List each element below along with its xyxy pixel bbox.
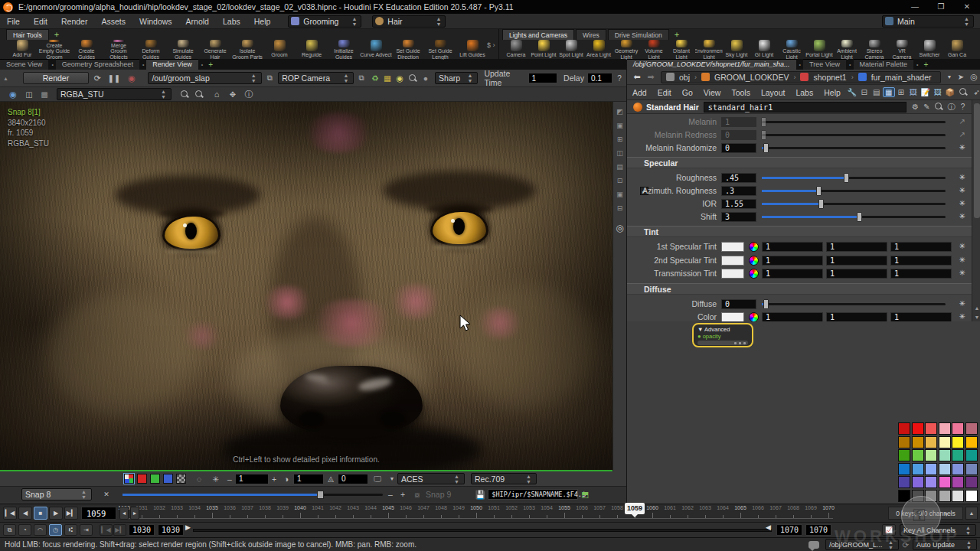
palette-swatch[interactable] xyxy=(965,436,978,448)
rgb-channel-button[interactable] xyxy=(124,474,134,484)
param-menu-icon[interactable]: ✳ xyxy=(959,256,965,264)
shelf-tool-point-light[interactable]: Point Light xyxy=(530,40,557,60)
shelf-tool-lift-guides[interactable]: Lift Guides xyxy=(456,40,488,60)
pane-tab-menu-icon[interactable]: • xyxy=(199,60,205,70)
desktop-select[interactable]: Main ▲▼ xyxy=(882,15,974,28)
snapshot-slider-track[interactable] xyxy=(122,494,383,496)
display-option-icon[interactable]: ▤ xyxy=(616,163,623,171)
tick-marks-icon[interactable]: ⑆ xyxy=(64,524,77,536)
color-correction-icon[interactable]: ▦ xyxy=(381,73,394,83)
render-viewport[interactable]: Snap 8[1] 3840x2160 fr. 1059 RGBA_STU Ct… xyxy=(0,102,612,471)
spinner-icon[interactable]: ▲▼ xyxy=(350,16,358,27)
param-section-diffuse[interactable]: Diffuse xyxy=(627,283,972,295)
param-menu-icon[interactable]: ✳ xyxy=(959,143,965,152)
shelf-tab-wires[interactable]: Wires xyxy=(576,29,606,40)
palette-swatch[interactable] xyxy=(952,449,964,461)
breadcrumb-item-obj[interactable]: obj› xyxy=(662,73,697,82)
step-forward-button[interactable]: ▸ xyxy=(130,507,139,520)
alpha-channel-button[interactable] xyxy=(176,474,186,484)
exposure-minus[interactable]: – xyxy=(224,474,235,484)
display-option-icon[interactable]: ⊟ xyxy=(617,204,623,212)
color-component-field[interactable]: 1 xyxy=(826,242,887,252)
ocio-select[interactable]: ACES ▲▼ xyxy=(397,473,465,484)
display-option-icon[interactable]: ▣ xyxy=(616,191,623,198)
zoom-in-icon[interactable] xyxy=(181,90,189,99)
exposure-plus[interactable]: + xyxy=(269,474,279,484)
param-slider[interactable] xyxy=(762,216,946,218)
keys-expand-button[interactable]: ▲ xyxy=(965,507,978,520)
param-value-field[interactable]: .3 xyxy=(721,186,756,196)
shelf-tool-add-fur[interactable]: Add Fur xyxy=(6,40,38,60)
play-button[interactable]: ▶ xyxy=(49,507,63,520)
param-menu-icon[interactable]: ✳ xyxy=(959,242,965,250)
param-slider[interactable] xyxy=(762,147,946,149)
palette-swatch[interactable] xyxy=(925,436,937,448)
color-wheel-icon[interactable] xyxy=(749,256,759,266)
palette-swatch[interactable] xyxy=(965,490,978,502)
grid-view-icon[interactable]: ▦ xyxy=(883,87,895,97)
palette-swatch[interactable] xyxy=(898,449,910,461)
param-slider-handle[interactable] xyxy=(857,212,862,222)
gamma-field[interactable]: 0 xyxy=(338,474,368,484)
add-shelf-tab-button[interactable]: + xyxy=(51,29,63,40)
frame-ruler[interactable]: 1030103110321033103410351036103710381039… xyxy=(0,504,980,523)
range-end-field[interactable]: 1070 xyxy=(776,524,802,536)
info-icon[interactable]: ⓘ xyxy=(240,89,257,100)
param-slider[interactable] xyxy=(762,177,946,179)
palette-swatch[interactable] xyxy=(939,422,951,435)
param-menu-icon[interactable]: ✳ xyxy=(959,212,965,220)
current-frame-marker[interactable]: 1059 xyxy=(625,503,645,514)
tile-view-icon[interactable]: ⊞ xyxy=(895,88,907,96)
note-icon[interactable]: 📝 xyxy=(920,88,932,96)
param-value-field[interactable]: 3 xyxy=(721,212,756,222)
export-range-icon[interactable]: ⧉ xyxy=(3,524,16,536)
shelf-tab-lights-and-cameras[interactable]: Lights and Cameras xyxy=(502,29,574,40)
snapshot-icon[interactable]: 🖼 xyxy=(932,88,944,96)
snapshot-plus[interactable]: + xyxy=(397,490,409,499)
minimize-button[interactable]: — xyxy=(902,0,928,14)
param-section-tint[interactable]: Tint xyxy=(627,226,972,237)
delay-field[interactable]: 0.1 xyxy=(587,73,612,83)
shelf-tool-camera[interactable]: Camera xyxy=(502,40,530,60)
param-slider-handle[interactable] xyxy=(818,199,824,209)
exposure-field[interactable]: 1 xyxy=(235,474,269,484)
param-slider-handle[interactable] xyxy=(816,186,822,196)
shelf-tool-vr-camera[interactable]: VR Camera xyxy=(888,40,916,60)
net-menu-edit[interactable]: Edit xyxy=(652,85,677,100)
pane-tab-menu-icon[interactable]: • xyxy=(914,60,920,70)
maximize-button[interactable]: ❐ xyxy=(928,0,954,14)
palette-swatch[interactable] xyxy=(952,463,964,475)
dropdown-caret-icon[interactable]: ▼ xyxy=(944,74,955,80)
palette-swatch[interactable] xyxy=(912,422,924,435)
pane-tab-obj-groom-lookdev-shopnet1-fur[interactable]: /obj/GROOM_LOOKDEV/shopnet1/fur_main_sha… xyxy=(627,59,796,70)
pixel-probe-icon[interactable]: ◌ xyxy=(191,474,207,484)
material-sphere-icon[interactable]: ● xyxy=(420,73,432,83)
color-component-field[interactable]: 1 xyxy=(890,269,952,279)
pane-tab-tree-view[interactable]: Tree View xyxy=(803,59,846,70)
shelf-tool-switcher[interactable]: Switcher xyxy=(916,40,943,60)
net-menu-help[interactable]: Help xyxy=(818,85,846,100)
image-icon[interactable]: 🖼 xyxy=(907,88,920,96)
display-option-icon[interactable]: ▣ xyxy=(616,122,623,129)
image-plane-select[interactable]: RGBA_STU ▲▼ xyxy=(57,88,172,100)
color-swatch[interactable] xyxy=(721,256,744,266)
param-search-icon[interactable] xyxy=(935,103,943,111)
palette-swatch[interactable] xyxy=(912,476,924,488)
recycle-icon[interactable]: ♻ xyxy=(369,73,381,83)
spinner-icon[interactable]: ▲▼ xyxy=(962,16,971,27)
shelf-tab-drive-simulation[interactable]: Drive Simulation xyxy=(608,29,669,40)
info-icon[interactable]: ⓘ xyxy=(946,102,957,112)
shelf-tool-caustic-light[interactable]: Caustic Light xyxy=(778,40,805,60)
close-button[interactable]: ✕ xyxy=(954,0,980,14)
back-icon[interactable]: ⬅ xyxy=(630,72,644,82)
palette-swatch[interactable] xyxy=(939,490,951,502)
add-pane-tab-button[interactable]: + xyxy=(921,60,932,70)
color-swatch[interactable] xyxy=(721,312,744,322)
shelf-tab-hair-tools[interactable]: Hair Tools xyxy=(6,29,49,40)
palette-swatch[interactable] xyxy=(898,436,910,448)
param-value-field[interactable]: 0 xyxy=(721,299,756,309)
scroll-down-icon[interactable]: ▼ xyxy=(972,313,980,321)
red-channel-button[interactable] xyxy=(137,474,147,484)
menu-labs[interactable]: Labs xyxy=(216,14,247,29)
shelf-tool-create-empty-guide-groom[interactable]: Create Empty Guide Groom xyxy=(38,40,70,60)
